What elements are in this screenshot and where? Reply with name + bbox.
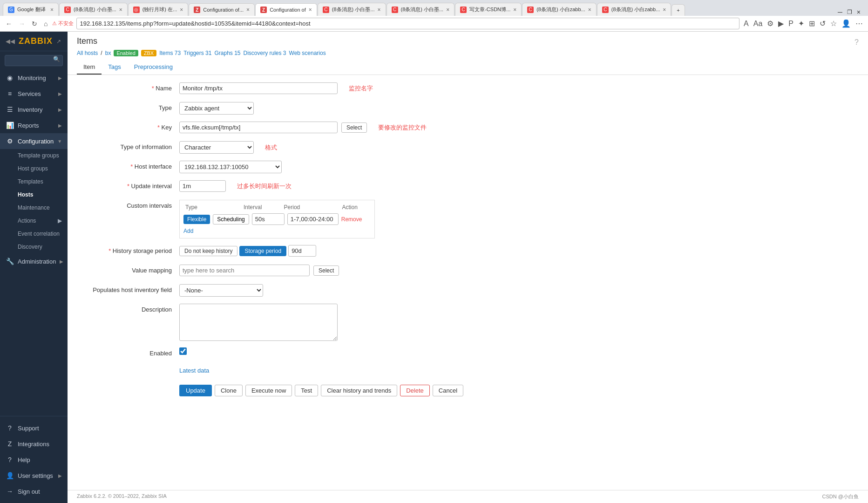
type-info-select[interactable]: Character: [179, 141, 254, 154]
sidebar-item-user-settings[interactable]: 👤 User settings ▶: [0, 468, 68, 483]
extensions-icon[interactable]: A: [742, 18, 750, 29]
sidebar-item-services[interactable]: ≡ Services ▶: [0, 86, 68, 102]
tab-close-9[interactable]: ×: [588, 7, 591, 13]
tab-close-7[interactable]: ×: [446, 7, 449, 13]
minimize-button[interactable]: ─: [838, 8, 842, 16]
test-button[interactable]: Test: [295, 385, 318, 396]
translate-icon[interactable]: Aa: [752, 18, 764, 29]
ci-remove-link[interactable]: Remove: [341, 216, 362, 223]
sidebar-item-hosts[interactable]: Hosts: [0, 188, 68, 201]
clone-button[interactable]: Clone: [215, 385, 243, 396]
tab-8[interactable]: C 写文章-CSDN博... ×: [455, 3, 522, 16]
sidebar-item-maintenance[interactable]: Maintenance: [0, 201, 68, 214]
sidebar-item-discovery[interactable]: Discovery: [0, 240, 68, 253]
breadcrumb-items[interactable]: Items 73: [159, 50, 181, 56]
tab-close-6[interactable]: ×: [377, 7, 380, 13]
name-input[interactable]: [179, 82, 338, 94]
value-mapping-input[interactable]: [179, 265, 310, 276]
sidebar-item-configuration[interactable]: ⚙ Configuration ▼: [0, 133, 68, 149]
breadcrumb-bx[interactable]: bx: [105, 50, 111, 56]
storage-days-input[interactable]: [288, 245, 316, 257]
collapse-left-icon[interactable]: ◀◀: [6, 38, 15, 45]
key-select-button[interactable]: Select: [341, 122, 367, 133]
profile-icon[interactable]: 👤: [840, 18, 852, 29]
populates-host-select[interactable]: -None-: [179, 284, 263, 297]
tab-close-10[interactable]: ×: [663, 7, 666, 13]
delete-button[interactable]: Delete: [400, 385, 430, 396]
reload-button[interactable]: ↻: [30, 19, 39, 28]
value-mapping-select-button[interactable]: Select: [313, 265, 339, 276]
search-icon[interactable]: 🔍: [53, 56, 60, 62]
key-input[interactable]: [179, 122, 338, 133]
tab-10[interactable]: C (8条消息) 小白zabb... ×: [597, 3, 671, 16]
breadcrumb-web-scenarios[interactable]: Web scenarios: [289, 50, 326, 56]
expand-icon[interactable]: ↗: [56, 38, 61, 45]
url-input[interactable]: [76, 18, 739, 29]
update-interval-input[interactable]: [179, 180, 226, 192]
update-button[interactable]: Update: [179, 385, 212, 396]
execute-now-button[interactable]: Execute now: [245, 385, 292, 396]
no-keep-history-button[interactable]: Do not keep history: [179, 246, 237, 256]
tab-item-tags[interactable]: Tags: [102, 60, 127, 75]
clear-history-button[interactable]: Clear history and trends: [321, 385, 397, 396]
browser-icon-5[interactable]: ⊞: [807, 18, 816, 29]
sidebar-item-actions[interactable]: Actions ▶: [0, 214, 68, 227]
ci-interval-input[interactable]: [252, 213, 285, 225]
storage-period-button[interactable]: Storage period: [239, 246, 286, 256]
browser-icon-4[interactable]: ✦: [797, 18, 806, 29]
cancel-button[interactable]: Cancel: [433, 385, 463, 396]
tab-5[interactable]: Z Configuration of ×: [255, 3, 317, 16]
breadcrumb-all-hosts[interactable]: All hosts: [77, 50, 98, 56]
forward-button[interactable]: →: [17, 19, 27, 28]
sidebar-item-inventory[interactable]: ☰ Inventory ▶: [0, 102, 68, 117]
browser-icon-2[interactable]: ▶: [777, 18, 785, 29]
tab-6[interactable]: C (8条消息) 小白墨... ×: [318, 3, 386, 16]
tab-close-3[interactable]: ×: [180, 7, 183, 13]
breadcrumb-graphs[interactable]: Graphs 15: [214, 50, 240, 56]
sidebar-item-templates[interactable]: Templates: [0, 175, 68, 188]
enabled-checkbox[interactable]: [179, 347, 187, 355]
ci-scheduling-button[interactable]: Scheduling: [213, 214, 249, 224]
sidebar-item-reports[interactable]: 📊 Reports ▶: [0, 117, 68, 133]
browser-icon-3[interactable]: P: [787, 18, 795, 29]
type-select[interactable]: Zabbix agent: [179, 102, 254, 115]
tab-item-preprocessing[interactable]: Preprocessing: [128, 60, 179, 75]
home-button[interactable]: ⌂: [42, 19, 49, 28]
ci-period-input[interactable]: [287, 213, 339, 225]
tab-3[interactable]: ◎ (独行月球) 在... ×: [128, 3, 189, 16]
host-interface-select[interactable]: 192.168.132.137:10050: [179, 161, 282, 173]
tab-close-8[interactable]: ×: [513, 7, 516, 13]
back-button[interactable]: ←: [4, 19, 14, 28]
tab-4[interactable]: Z Configuration of... ×: [189, 3, 255, 16]
star-icon[interactable]: ☆: [829, 18, 838, 29]
sidebar-item-support[interactable]: ? Support: [0, 420, 68, 436]
menu-icon[interactable]: ⋯: [854, 18, 864, 29]
sidebar-item-administration[interactable]: 🔧 Administration ▶: [0, 253, 68, 269]
sidebar-item-integrations[interactable]: Z Integrations: [0, 436, 68, 452]
browser-icon-1[interactable]: ⚙: [766, 18, 775, 29]
tab-1[interactable]: G Google 翻译 ×: [3, 3, 59, 16]
tab-item-item[interactable]: Item: [77, 60, 102, 75]
restore-button[interactable]: ❐: [847, 9, 852, 15]
tab-close-1[interactable]: ×: [50, 7, 54, 13]
tab-close-4[interactable]: ×: [246, 7, 250, 13]
sidebar-item-event-correlation[interactable]: Event correlation: [0, 227, 68, 240]
description-textarea[interactable]: [179, 304, 338, 341]
tab-close-2[interactable]: ×: [119, 7, 122, 13]
browser-icon-6[interactable]: ↺: [818, 18, 827, 29]
ci-flexible-button[interactable]: Flexible: [183, 215, 210, 224]
ci-add-link[interactable]: Add: [183, 228, 371, 234]
help-question-icon[interactable]: ?: [854, 38, 859, 47]
breadcrumb-discovery-rules[interactable]: Discovery rules 3: [244, 50, 286, 56]
sidebar-item-sign-out[interactable]: → Sign out: [0, 483, 68, 499]
tab-close-5[interactable]: ×: [309, 7, 312, 13]
latest-data-link[interactable]: Latest data: [179, 367, 209, 374]
tab-7[interactable]: C (8条消息) 小白墨... ×: [387, 3, 455, 16]
sidebar-item-monitoring[interactable]: ◉ Monitoring ▶: [0, 70, 68, 86]
new-tab-button[interactable]: +: [671, 4, 685, 16]
tab-9[interactable]: C (8条消息) 小白zabb... ×: [522, 3, 597, 16]
sidebar-item-template-groups[interactable]: Template groups: [0, 149, 68, 162]
sidebar-item-help[interactable]: ? Help: [0, 452, 68, 468]
tab-2[interactable]: C (8条消息) 小白墨... ×: [59, 3, 128, 16]
breadcrumb-triggers[interactable]: Triggers 31: [183, 50, 211, 56]
